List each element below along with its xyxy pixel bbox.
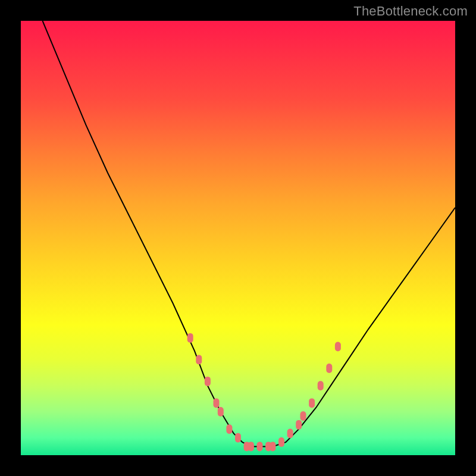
marker-dot — [187, 333, 193, 343]
marker-dot — [296, 420, 302, 430]
marker-dot — [326, 364, 332, 373]
watermark-text: TheBottleneck.com — [353, 4, 468, 19]
marker-dot — [300, 411, 306, 421]
marker-dot — [248, 441, 254, 451]
chart-frame: TheBottleneck.com — [0, 0, 476, 476]
marker-dot — [318, 381, 324, 390]
marker-dot — [205, 377, 211, 386]
marker-dot — [278, 437, 284, 447]
marker-dot — [218, 407, 224, 416]
chart-svg — [21, 21, 455, 455]
plot-area — [21, 21, 455, 455]
marker-dot — [196, 355, 202, 364]
marker-dot — [226, 424, 232, 434]
marker-dot — [287, 429, 293, 439]
marker-dot — [335, 342, 341, 352]
bottleneck-curve — [43, 21, 456, 446]
marker-dot — [309, 398, 315, 408]
marker-dot — [235, 433, 241, 443]
marker-dot — [257, 441, 263, 451]
marker-dot — [270, 441, 275, 451]
marker-dot — [214, 398, 220, 408]
